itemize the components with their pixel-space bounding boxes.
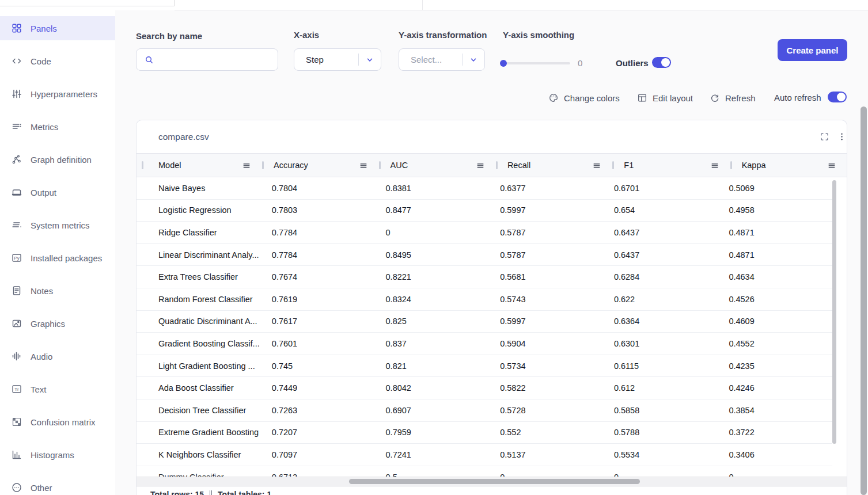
cell-auc: 0.8477 bbox=[375, 200, 490, 222]
column-header-recall[interactable]: Recall bbox=[496, 154, 613, 177]
sidebar-item-label: Output bbox=[31, 188, 56, 197]
sidebar-item-system-metrics[interactable]: System metrics bbox=[0, 213, 115, 237]
cell-model: Naive Bayes bbox=[137, 177, 261, 199]
column-menu-icon[interactable] bbox=[242, 162, 251, 170]
svg-text:Py: Py bbox=[14, 256, 19, 261]
cell-model: Linear Discriminant Analy... bbox=[137, 244, 261, 266]
column-header-auc[interactable]: AUC bbox=[380, 154, 496, 177]
column-header-model[interactable]: Model bbox=[137, 154, 263, 177]
cell-model: Ridge Classifier bbox=[137, 222, 261, 243]
cell-auc: 0.8495 bbox=[375, 244, 490, 266]
table-horizontal-scrollbar-thumb[interactable] bbox=[349, 479, 640, 484]
table-header-row: ModelAccuracyAUCRecallF1Kappa bbox=[137, 153, 847, 177]
notes-icon bbox=[11, 285, 22, 296]
sidebar-item-notes[interactable]: Notes bbox=[0, 279, 115, 303]
auto-refresh-toggle[interactable] bbox=[828, 92, 847, 102]
table-footer: Total rows: 15 Total tables: 1 bbox=[137, 486, 847, 495]
cell-kappa: 0.5069 bbox=[718, 177, 832, 199]
search-input[interactable] bbox=[136, 48, 278, 71]
text-icon: Tr bbox=[11, 383, 22, 395]
edit-layout-button[interactable]: Edit layout bbox=[637, 92, 693, 104]
cell-accuracy: 0.7619 bbox=[261, 288, 375, 310]
compare-table-panel: compare.csv ModelAccuracyAUCRecallF1Kapp… bbox=[136, 120, 847, 495]
column-resize-handle[interactable] bbox=[496, 161, 498, 169]
table-row: Gradient Boosting Classif...0.76010.8370… bbox=[137, 333, 832, 355]
cell-accuracy: 0.7207 bbox=[261, 422, 375, 444]
slider-track[interactable] bbox=[500, 62, 570, 64]
sidebar-item-output[interactable]: Output bbox=[0, 180, 115, 204]
column-header-kappa[interactable]: Kappa bbox=[731, 154, 847, 177]
change-colors-button[interactable]: Change colors bbox=[548, 92, 620, 104]
ytransform-select[interactable]: Select... bbox=[399, 48, 485, 71]
top-chrome-divider bbox=[0, 6, 174, 6]
xaxis-select[interactable]: Step bbox=[294, 48, 381, 71]
table-row: Ridge Classifier0.778400.57870.64370.487… bbox=[137, 222, 832, 244]
column-menu-icon[interactable] bbox=[828, 162, 836, 170]
chevron-down-icon[interactable] bbox=[366, 56, 374, 64]
edit-layout-label: Edit layout bbox=[653, 93, 693, 103]
column-header-f1[interactable]: F1 bbox=[613, 154, 730, 177]
metrics-icon bbox=[11, 121, 22, 132]
sidebar-item-graphics[interactable]: Graphics bbox=[0, 311, 115, 336]
toggle-knob bbox=[661, 58, 670, 67]
sidebar-item-label: Metrics bbox=[31, 122, 58, 132]
cell-kappa: 0.3722 bbox=[718, 422, 832, 444]
outliers-toggle[interactable] bbox=[652, 57, 671, 68]
cell-model: Gradient Boosting Classif... bbox=[137, 333, 261, 355]
audio-icon bbox=[11, 351, 22, 362]
slider-knob[interactable] bbox=[500, 60, 507, 67]
column-menu-icon[interactable] bbox=[593, 162, 601, 170]
cell-auc: 0.6907 bbox=[375, 399, 490, 421]
sidebar-item-code[interactable]: Code bbox=[0, 49, 115, 73]
sidebar-item-installed-packages[interactable]: PyInstalled packages bbox=[0, 246, 115, 270]
sidebar-item-metrics[interactable]: Metrics bbox=[0, 115, 115, 139]
table-row: Decision Tree Classifier0.72630.69070.57… bbox=[137, 399, 832, 422]
sidebar-item-confusion-matrix[interactable]: Confusion matrix bbox=[0, 410, 115, 434]
cell-accuracy: 0.7449 bbox=[261, 377, 375, 399]
kebab-menu-icon[interactable] bbox=[837, 132, 847, 142]
cell-f1: 0.6284 bbox=[603, 266, 718, 288]
sidebar-item-other[interactable]: Other bbox=[0, 475, 115, 495]
smoothing-slider[interactable] bbox=[500, 59, 570, 68]
refresh-label: Refresh bbox=[725, 93, 756, 103]
expand-icon[interactable] bbox=[820, 132, 829, 142]
ytransform-placeholder: Select... bbox=[411, 55, 462, 64]
column-menu-icon[interactable] bbox=[476, 162, 484, 170]
column-resize-handle[interactable] bbox=[379, 161, 381, 169]
column-resize-handle[interactable] bbox=[142, 161, 143, 169]
svg-text:Tr: Tr bbox=[14, 387, 19, 392]
sidebar-item-histograms[interactable]: Histograms bbox=[0, 443, 115, 467]
table-horizontal-scrollbar-track[interactable] bbox=[137, 477, 847, 486]
column-menu-icon[interactable] bbox=[359, 162, 367, 170]
panel-title: compare.csv bbox=[158, 120, 209, 153]
cell-accuracy: 0.6712 bbox=[261, 466, 375, 477]
cell-auc: 0.825 bbox=[375, 311, 490, 333]
smoothing-value: 0 bbox=[578, 58, 582, 68]
column-menu-icon[interactable] bbox=[711, 162, 719, 170]
refresh-button[interactable]: Refresh bbox=[710, 92, 756, 104]
column-resize-handle[interactable] bbox=[730, 161, 732, 169]
cell-accuracy: 0.7804 bbox=[261, 177, 375, 199]
cell-accuracy: 0.7263 bbox=[261, 399, 375, 421]
search-input-field[interactable] bbox=[160, 54, 278, 65]
cell-recall: 0.5728 bbox=[489, 399, 603, 421]
column-resize-handle[interactable] bbox=[262, 161, 264, 169]
column-header-accuracy[interactable]: Accuracy bbox=[263, 154, 379, 177]
create-panel-button[interactable]: Create panel bbox=[778, 39, 847, 61]
table-vertical-scrollbar[interactable] bbox=[832, 180, 836, 444]
sidebar-item-graph-definition[interactable]: Graph definition bbox=[0, 147, 115, 172]
chevron-down-icon[interactable] bbox=[469, 56, 477, 64]
cell-auc: 0.8381 bbox=[375, 177, 490, 199]
cell-recall: 0.5743 bbox=[489, 288, 603, 310]
page-scrollbar[interactable] bbox=[861, 106, 867, 495]
sidebar-item-audio[interactable]: Audio bbox=[0, 344, 115, 368]
sidebar-item-label: Confusion matrix bbox=[31, 417, 96, 427]
cell-auc: 0 bbox=[375, 222, 490, 243]
column-resize-handle[interactable] bbox=[612, 161, 614, 169]
cell-model: Dummy Classifier bbox=[137, 466, 261, 477]
cell-model: Random Forest Classifier bbox=[137, 288, 261, 310]
sidebar-item-label: Graphics bbox=[31, 319, 65, 329]
sidebar-item-text[interactable]: TrText bbox=[0, 377, 115, 401]
sidebar-item-panels[interactable]: Panels bbox=[0, 16, 115, 40]
sidebar-item-hyperparameters[interactable]: Hyperparameters bbox=[0, 82, 115, 106]
